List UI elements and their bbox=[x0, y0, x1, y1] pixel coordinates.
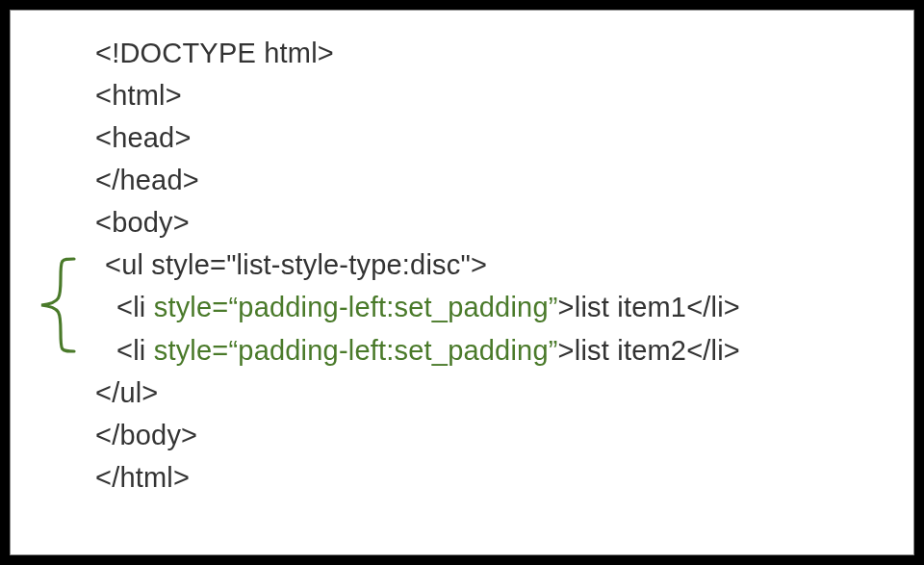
highlighted-attr: style=“padding-left:set_padding” bbox=[154, 335, 558, 366]
code-line: <ul style="list-style-type:disc"> bbox=[49, 244, 904, 286]
code-line: <head> bbox=[49, 116, 904, 159]
code-box: <!DOCTYPE html> <html> <head> </head> <b… bbox=[10, 10, 914, 555]
code-line: </head> bbox=[49, 159, 904, 201]
code-line: <html> bbox=[49, 74, 904, 116]
code-block: <!DOCTYPE html> <html> <head> </head> <b… bbox=[49, 32, 904, 499]
code-line: </body> bbox=[49, 414, 904, 456]
code-line: <body> bbox=[49, 201, 904, 244]
code-line: <!DOCTYPE html> bbox=[49, 32, 904, 74]
highlighted-attr: style=“padding-left:set_padding” bbox=[154, 292, 558, 322]
code-line: </ul> bbox=[49, 372, 904, 414]
curly-brace-icon bbox=[32, 257, 78, 353]
code-line: <li style=“padding-left:set_padding”>lis… bbox=[49, 286, 904, 328]
code-line: <li style=“padding-left:set_padding”>lis… bbox=[49, 329, 904, 372]
code-line: </html> bbox=[49, 456, 904, 499]
